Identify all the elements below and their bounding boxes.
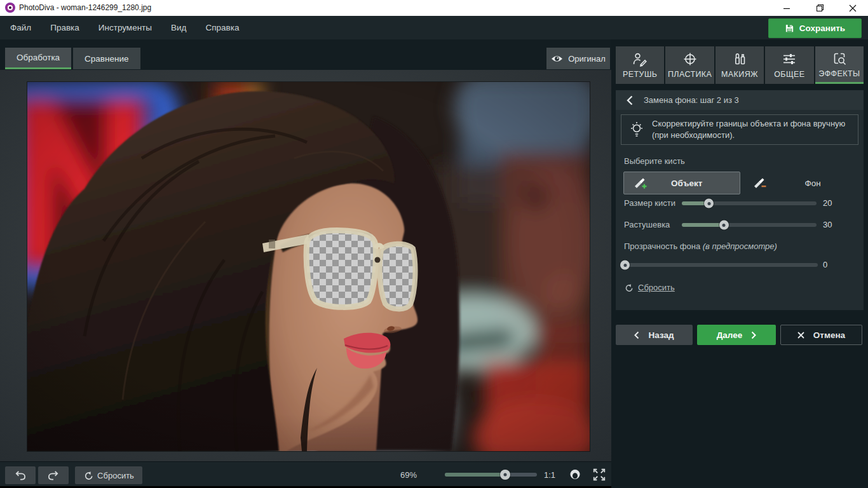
brush-size-label: Размер кисти xyxy=(624,198,675,208)
reset-icon xyxy=(624,283,633,292)
app-logo-icon xyxy=(5,3,15,13)
brush-background-label: Фон xyxy=(767,179,858,188)
hint-text: Скорректируйте границы объекта и фона вр… xyxy=(652,118,858,141)
brush-size-slider[interactable] xyxy=(682,201,817,205)
window-title: PhotoDiva - woman-1246299_1280.jpg xyxy=(19,3,151,12)
panel-title: Замена фона: шаг 2 из 3 xyxy=(644,95,739,105)
back-button[interactable]: Назад xyxy=(616,325,693,345)
reset-link-label: Сбросить xyxy=(638,283,675,292)
photodiva-window: PhotoDiva - woman-1246299_1280.jpg Файл … xyxy=(0,0,868,488)
tab-general[interactable]: ОБЩЕЕ xyxy=(765,46,813,84)
reset-label: Сбросить xyxy=(97,471,134,480)
save-button[interactable]: Сохранить xyxy=(768,18,862,38)
zoom-slider[interactable] xyxy=(445,473,537,477)
brush-size-value: 20 xyxy=(823,198,852,208)
restore-button[interactable] xyxy=(807,0,832,16)
original-label: Оригинал xyxy=(568,54,606,64)
reset-button-bottom[interactable]: Сбросить xyxy=(75,466,142,484)
close-icon xyxy=(849,4,857,12)
tab-plastic[interactable]: ПЛАСТИКА xyxy=(665,46,714,84)
feature-tabs: РЕТУШЬ ПЛАСТИКА xyxy=(616,46,864,84)
feather-label: Растушевка xyxy=(624,220,670,229)
next-button[interactable]: Далее xyxy=(697,325,776,345)
fit-to-face-button[interactable] xyxy=(568,468,582,482)
reset-icon xyxy=(83,471,93,480)
panel-back-button[interactable] xyxy=(616,95,644,105)
editing-canvas[interactable] xyxy=(0,70,611,461)
menu-tools[interactable]: Инструменты xyxy=(98,23,152,32)
actual-size-label[interactable]: 1:1 xyxy=(544,470,555,480)
minimize-button[interactable] xyxy=(774,0,799,16)
redo-icon xyxy=(48,470,59,480)
minimize-icon xyxy=(783,4,790,12)
close-button[interactable] xyxy=(840,0,865,16)
restore-icon xyxy=(816,4,824,12)
feather-slider-thumb[interactable] xyxy=(719,220,729,230)
eye-icon xyxy=(551,55,563,63)
brush-background-button[interactable]: Фон xyxy=(744,172,858,194)
save-icon xyxy=(785,24,794,33)
makeup-icon xyxy=(732,51,747,67)
menu-help[interactable]: Справка xyxy=(205,23,239,32)
undo-icon xyxy=(15,470,26,480)
tab-comparison[interactable]: Сравнение xyxy=(73,48,140,69)
zoom-percent: 69% xyxy=(400,470,417,480)
feather-slider[interactable] xyxy=(682,223,817,227)
retouch-icon xyxy=(632,51,648,67)
menu-file[interactable]: Файл xyxy=(10,23,31,32)
plastic-icon xyxy=(682,51,698,67)
undo-button[interactable] xyxy=(5,466,36,484)
effects-icon xyxy=(832,51,847,66)
tools-panel: РЕТУШЬ ПЛАСТИКА xyxy=(611,39,868,488)
chevron-left-icon xyxy=(627,95,633,105)
brush-remove-icon xyxy=(753,177,767,189)
brush-add-icon xyxy=(634,177,648,189)
general-icon xyxy=(782,51,797,67)
cancel-button[interactable]: Отмена xyxy=(780,325,862,345)
tab-makeup[interactable]: МАКИЯЖ xyxy=(715,46,764,84)
tab-effects[interactable]: ЭФФЕКТЫ xyxy=(815,46,864,84)
panel-header: Замена фона: шаг 2 из 3 xyxy=(616,90,864,110)
background-replace-panel: Замена фона: шаг 2 из 3 Скорректируйте г… xyxy=(616,90,864,310)
view-tabs: Обработка Сравнение xyxy=(5,48,140,69)
chevron-right-icon xyxy=(751,331,756,339)
lightbulb-icon xyxy=(628,121,645,139)
title-bar: PhotoDiva - woman-1246299_1280.jpg xyxy=(0,0,868,16)
status-bar: Сбросить 69% 1:1 xyxy=(0,461,611,488)
menu-edit[interactable]: Правка xyxy=(50,23,79,32)
photo-image[interactable] xyxy=(27,82,590,451)
tab-processing[interactable]: Обработка xyxy=(5,48,71,69)
face-icon xyxy=(568,468,582,482)
save-label: Сохранить xyxy=(799,24,845,33)
wizard-buttons: Назад Далее Отмена xyxy=(616,325,864,345)
brush-object-label: Объект xyxy=(671,179,702,188)
menu-bar: Файл Правка Инструменты Вид Справка Сохр… xyxy=(0,16,868,39)
chevron-left-icon xyxy=(634,331,639,339)
feather-value: 30 xyxy=(823,220,852,229)
brush-object-button[interactable]: Объект xyxy=(623,172,740,194)
menu-view[interactable]: Вид xyxy=(171,23,186,32)
reset-link[interactable]: Сбросить xyxy=(624,283,675,292)
show-original-button[interactable]: Оригинал xyxy=(546,48,610,69)
work-area: Обработка Сравнение Оригинал xyxy=(0,39,611,488)
brush-size-slider-thumb[interactable] xyxy=(704,199,714,208)
zoom-slider-thumb[interactable] xyxy=(500,470,510,480)
expand-icon xyxy=(592,468,606,482)
bg-opacity-slider-thumb[interactable] xyxy=(620,261,630,270)
hint-box: Скорректируйте границы объекта и фона вр… xyxy=(621,114,858,145)
close-icon xyxy=(797,332,804,339)
bg-opacity-value: 0 xyxy=(823,260,852,269)
bg-opacity-label: Прозрачность фона (в предпросмотре) xyxy=(624,241,777,251)
bg-opacity-slider[interactable] xyxy=(625,263,818,267)
redo-button[interactable] xyxy=(38,466,69,484)
fullscreen-button[interactable] xyxy=(592,468,606,482)
brush-section-label: Выберите кисть xyxy=(624,156,685,166)
tab-retouch[interactable]: РЕТУШЬ xyxy=(616,46,664,84)
